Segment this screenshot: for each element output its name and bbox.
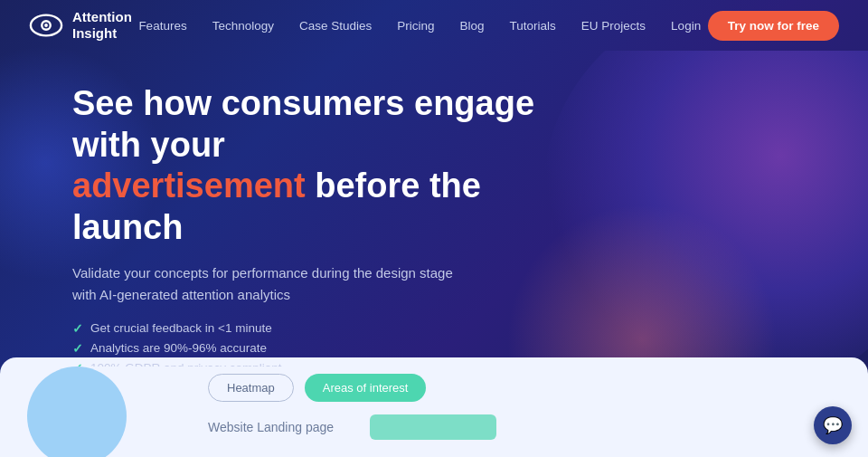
logo-icon [29, 8, 63, 43]
hero-title: See how consumers engage with your adver… [72, 83, 597, 248]
navbar: Attention Insight Features Technology Ca… [0, 0, 868, 51]
check-icon-3: ✓ [72, 361, 83, 367]
logo-text: Attention Insight [72, 9, 132, 42]
chat-icon: 💬 [823, 415, 843, 435]
nav-case-studies[interactable]: Case Studies [299, 19, 372, 33]
svg-point-2 [44, 24, 48, 27]
nav-technology[interactable]: Technology [212, 19, 274, 33]
hero-content: See how consumers engage with your adver… [72, 83, 597, 367]
card-bar [370, 414, 496, 440]
logo[interactable]: Attention Insight [29, 8, 132, 43]
card-row-label: Website Landing page [208, 420, 334, 434]
chat-bubble-button[interactable]: 💬 [814, 406, 852, 444]
hero-title-highlight: advertisement [72, 167, 306, 205]
hero-section: See how consumers engage with your adver… [0, 51, 868, 367]
hero-subtitle: Validate your concepts for performance d… [72, 262, 461, 305]
check-item-3: ✓ 100% GDPR and privacy compliant [72, 361, 597, 367]
nav-login[interactable]: Login [671, 19, 701, 33]
check-item-2: ✓ Analytics are 90%-96% accurate [72, 341, 597, 356]
check-icon-1: ✓ [72, 321, 83, 336]
nav-eu-projects[interactable]: EU Projects [581, 19, 646, 33]
check-icon-2: ✓ [72, 341, 83, 356]
nav-pricing[interactable]: Pricing [397, 19, 434, 33]
card-content-row: Website Landing page [208, 414, 841, 440]
check-item-1: ✓ Get crucial feedback in <1 minute [72, 321, 597, 336]
card-tabs: Heatmap Areas of interest [208, 374, 841, 402]
nav-features[interactable]: Features [138, 19, 186, 33]
tab-areas-of-interest[interactable]: Areas of interest [305, 374, 427, 402]
nav-cta-button[interactable]: Try now for free [708, 11, 839, 41]
page-background: Attention Insight Features Technology Ca… [0, 0, 868, 457]
hero-checklist: ✓ Get crucial feedback in <1 minute ✓ An… [72, 321, 597, 367]
bottom-card: Heatmap Areas of interest Website Landin… [0, 357, 868, 457]
nav-blog[interactable]: Blog [460, 19, 485, 33]
nav-links: Features Technology Case Studies Pricing… [138, 19, 701, 33]
nav-tutorials[interactable]: Tutorials [510, 19, 556, 33]
tab-heatmap[interactable]: Heatmap [208, 374, 294, 402]
circle-decoration [27, 367, 127, 457]
